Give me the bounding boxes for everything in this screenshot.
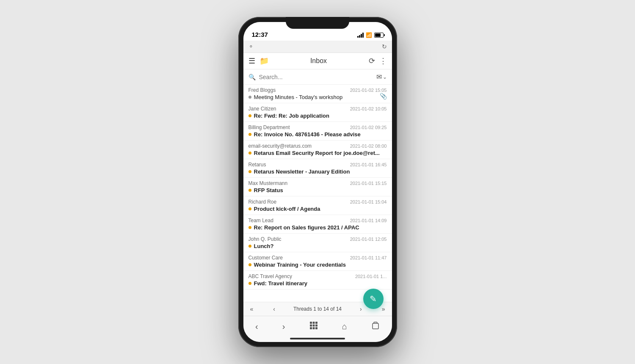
email-subject: RFP Status bbox=[254, 187, 283, 193]
back-button[interactable]: ‹ bbox=[252, 320, 262, 333]
sender-name: Max Mustermann bbox=[248, 180, 288, 186]
email-header-row: Richard Roe 2021-01-01 15:04 bbox=[248, 199, 387, 205]
svg-rect-2 bbox=[315, 322, 318, 324]
unread-dot bbox=[248, 189, 251, 192]
email-subject: Re: Fwd: Re: Job application bbox=[254, 113, 329, 119]
unread-dot bbox=[248, 245, 251, 248]
last-page-button[interactable]: » bbox=[380, 305, 387, 313]
sender-name: ABC Travel Agency bbox=[248, 273, 292, 279]
email-subject: Product kick-off / Agenda bbox=[254, 206, 320, 212]
email-header-row: email-security@retarus.com 2021-01-02 08… bbox=[248, 143, 387, 149]
email-item[interactable]: Max Mustermann 2021-01-01 15:15 RFP Stat… bbox=[243, 178, 392, 196]
hamburger-icon[interactable]: ☰ bbox=[248, 56, 255, 66]
svg-rect-9 bbox=[373, 323, 378, 329]
email-subject-row: Product kick-off / Agenda bbox=[248, 206, 387, 212]
email-subject: Retarus Newsletter - January Edition bbox=[254, 168, 350, 175]
compose-icon: ✎ bbox=[370, 294, 377, 304]
search-input[interactable] bbox=[259, 74, 373, 80]
toolbar-right: ⟳ ⋮ bbox=[369, 56, 387, 66]
unread-dot bbox=[248, 226, 251, 229]
svg-rect-3 bbox=[310, 325, 312, 327]
phone-frame: 12:37 📶 ⚬ ↻ ☰ 📁 Inbox ⟳ bbox=[238, 17, 397, 347]
email-subject-row: Lunch? bbox=[248, 243, 387, 249]
tabs-button[interactable] bbox=[368, 320, 383, 334]
home-button[interactable]: ⌂ bbox=[339, 320, 351, 333]
email-subject-row: Retarus Newsletter - January Edition bbox=[248, 168, 387, 175]
email-subject-row: Re: Report on Sales figures 2021 / APAC bbox=[248, 224, 387, 231]
first-page-button[interactable]: « bbox=[248, 305, 255, 313]
email-list: Fred Bloggs 2021-01-02 15:05 Meeting Min… bbox=[243, 85, 392, 302]
toolbar-title: Inbox bbox=[269, 57, 369, 65]
forward-button[interactable]: › bbox=[279, 320, 289, 333]
email-item[interactable]: Fred Bloggs 2021-01-02 15:05 Meeting Min… bbox=[243, 85, 392, 103]
email-subject: Meeting Minutes - Today's workshop bbox=[254, 94, 343, 100]
next-page-button[interactable]: › bbox=[358, 305, 364, 313]
home-indicator bbox=[290, 338, 345, 339]
prev-page-button[interactable]: ‹ bbox=[271, 305, 277, 313]
email-subject-row: Webinar Training - Your credentials bbox=[248, 262, 387, 268]
grid-button[interactable] bbox=[306, 320, 321, 334]
email-item[interactable]: Customer Care 2021-01-01 11:47 Webinar T… bbox=[243, 252, 392, 271]
search-icon: 🔍 bbox=[248, 74, 256, 80]
unread-dot bbox=[248, 152, 251, 154]
email-subject: Webinar Training - Your credentials bbox=[254, 262, 346, 268]
unread-dot bbox=[248, 263, 251, 266]
svg-rect-8 bbox=[315, 327, 318, 329]
search-filter-button[interactable]: ✉ ⌄ bbox=[376, 73, 387, 81]
page-info: Threads 1 to 14 of 14 bbox=[293, 306, 342, 312]
more-icon[interactable]: ⋮ bbox=[379, 56, 387, 66]
app-toolbar: ☰ 📁 Inbox ⟳ ⋮ bbox=[243, 53, 392, 69]
email-header-row: Billing Department 2021-01-02 09:25 bbox=[248, 124, 387, 130]
svg-rect-1 bbox=[312, 322, 315, 324]
email-item[interactable]: Billing Department 2021-01-02 09:25 Re: … bbox=[243, 122, 392, 141]
status-icons: 📶 bbox=[357, 32, 384, 38]
sender-name: email-security@retarus.com bbox=[248, 143, 312, 149]
email-subject: Retarus Email Security Report for joe.do… bbox=[254, 150, 380, 156]
email-subject: Fwd: Travel itinerary bbox=[254, 280, 307, 287]
unread-dot bbox=[248, 282, 251, 285]
email-date: 2021-01-01 12:05 bbox=[350, 237, 387, 242]
email-header-row: John Q. Public 2021-01-01 12:05 bbox=[248, 236, 387, 242]
sender-name: Richard Roe bbox=[248, 199, 277, 205]
url-refresh-icon[interactable]: ↻ bbox=[382, 43, 387, 50]
status-time: 12:37 bbox=[252, 31, 268, 38]
folder-icon[interactable]: 📁 bbox=[260, 56, 269, 66]
sender-name: Fred Bloggs bbox=[248, 87, 276, 93]
unread-dot bbox=[248, 207, 251, 210]
email-subject-row: Re: Fwd: Re: Job application bbox=[248, 113, 387, 119]
email-header-row: Fred Bloggs 2021-01-02 15:05 bbox=[248, 87, 387, 93]
sender-name: Billing Department bbox=[248, 124, 290, 130]
email-date: 2021-01-01 16:45 bbox=[350, 162, 387, 167]
signal-icon bbox=[357, 33, 364, 38]
email-item[interactable]: Retarus 2021-01-01 16:45 Retarus Newslet… bbox=[243, 159, 392, 178]
email-item[interactable]: John Q. Public 2021-01-01 12:05 Lunch? bbox=[243, 234, 392, 252]
svg-rect-6 bbox=[310, 327, 312, 329]
email-date: 2021-01-02 10:05 bbox=[350, 106, 387, 111]
email-date: 2021-01-01 1... bbox=[355, 274, 387, 279]
email-header-row: Max Mustermann 2021-01-01 15:15 bbox=[248, 180, 387, 186]
url-bar: ⚬ ↻ bbox=[243, 41, 392, 53]
email-header-row: Retarus 2021-01-01 16:45 bbox=[248, 162, 387, 168]
refresh-icon[interactable]: ⟳ bbox=[369, 56, 375, 66]
compose-fab[interactable]: ✎ bbox=[363, 289, 384, 309]
phone-screen: 12:37 📶 ⚬ ↻ ☰ 📁 Inbox ⟳ bbox=[243, 22, 392, 342]
email-subject-row: RFP Status bbox=[248, 187, 387, 193]
sender-name: John Q. Public bbox=[248, 236, 282, 242]
email-date: 2021-01-01 11:47 bbox=[350, 255, 387, 260]
location-icon: ⚬ bbox=[248, 43, 254, 50]
email-item[interactable]: email-security@retarus.com 2021-01-02 08… bbox=[243, 141, 392, 159]
email-item[interactable]: Richard Roe 2021-01-01 15:04 Product kic… bbox=[243, 196, 392, 215]
svg-rect-7 bbox=[312, 327, 315, 329]
email-item[interactable]: Jane Citizen 2021-01-02 10:05 Re: Fwd: R… bbox=[243, 103, 392, 122]
email-subject-row: Meeting Minutes - Today's workshop bbox=[248, 94, 387, 100]
email-header-row: Jane Citizen 2021-01-02 10:05 bbox=[248, 106, 387, 112]
email-item[interactable]: Team Lead 2021-01-01 14:09 Re: Report on… bbox=[243, 215, 392, 234]
chevron-down-icon: ⌄ bbox=[383, 74, 387, 80]
email-date: 2021-01-02 09:25 bbox=[350, 125, 387, 130]
wifi-icon: 📶 bbox=[366, 32, 372, 38]
svg-rect-4 bbox=[312, 325, 315, 327]
email-header-row: ABC Travel Agency 2021-01-01 1... bbox=[248, 273, 387, 279]
attachment-icon: 📎 bbox=[380, 93, 387, 99]
email-subject: Re: Invoice No. 48761436 - Please advise bbox=[254, 131, 361, 138]
email-item[interactable]: ABC Travel Agency 2021-01-01 1... Fwd: T… bbox=[243, 271, 392, 290]
